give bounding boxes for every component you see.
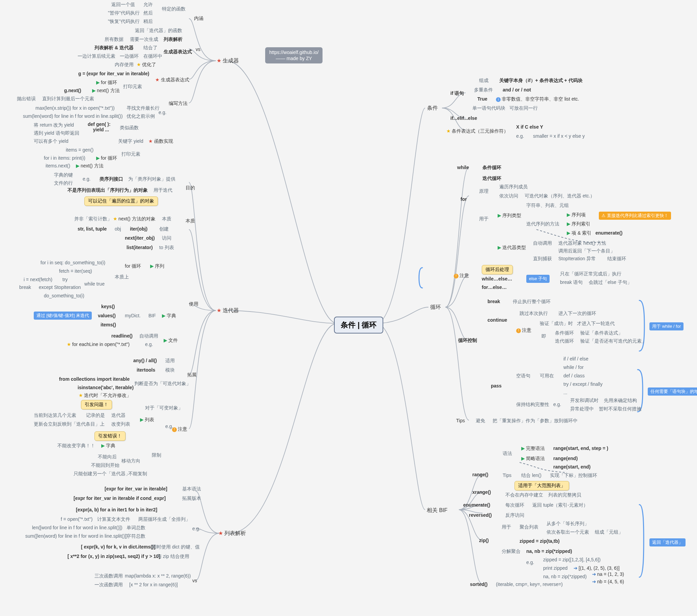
label: 字典 xyxy=(167,313,176,318)
bif-sorted[interactable]: sorted() xyxy=(470,582,488,587)
bif-range[interactable]: range() xyxy=(472,472,488,477)
label: next() 方法 xyxy=(97,88,120,93)
label: 文件 xyxy=(168,338,178,343)
fn4b: for i in items: print(i) xyxy=(44,155,85,161)
dmy: myDict. xyxy=(125,313,141,318)
flag-icon: ▶ xyxy=(76,163,79,168)
label: 序列 xyxy=(155,263,164,269)
ce2b: smaller = x if x < y else y xyxy=(533,133,585,139)
lp-cont: continue xyxy=(488,317,507,323)
label: nb = (4, 5, 6) xyxy=(597,579,624,584)
file: ▶文件 xyxy=(164,338,178,343)
star-icon: ★ xyxy=(148,138,153,144)
us5: while true xyxy=(84,281,105,287)
file-a: 自动调用 xyxy=(139,333,158,339)
fn4c: ▶for 循环 xyxy=(96,155,117,161)
sec-listcomp[interactable]: ★列表解析 xyxy=(218,530,246,537)
sec-bif[interactable]: 相关 BIF xyxy=(427,507,447,514)
bif-enum[interactable]: enumerate() xyxy=(463,502,490,508)
ge3a: g.next() xyxy=(64,88,81,93)
label: 优化了 xyxy=(142,62,156,67)
lc-s2: [expr for iter_var in iterable if cond_e… xyxy=(74,496,166,501)
vs1a: 所有数据 xyxy=(105,36,123,43)
it-use[interactable]: 使用 xyxy=(189,301,198,307)
bif-xrange[interactable]: xrange() xyxy=(472,489,491,495)
sec-loop[interactable]: 循环 xyxy=(430,304,441,311)
lp-while[interactable]: while xyxy=(457,165,469,170)
lp-pass2c: def / class xyxy=(563,373,585,378)
lp-contn3a: 迭代循环 xyxy=(555,338,574,344)
it-ext[interactable]: 拓展 xyxy=(187,372,197,378)
c3b: i非零数值、非空字符串、非空 list etc. xyxy=(496,96,579,102)
lp-pass3f: 暂时不采取任何措施 xyxy=(599,406,641,412)
x1: 不会在内存中建立 xyxy=(505,492,543,498)
lp-pass2d: try / except / finally xyxy=(563,381,603,387)
credit-box: https://woaielf.github.io/ —— made by ZY xyxy=(265,47,323,63)
arrow-icon: ➔ xyxy=(574,566,578,571)
cond-ife[interactable]: if...elif...else xyxy=(450,115,477,121)
lp-pr1: 遍历序列成员 xyxy=(499,184,528,190)
lp-it1: 自动调用 xyxy=(533,240,552,246)
label: 非零数值、非空字符串、非空 list etc. xyxy=(502,96,579,102)
c3a: True xyxy=(477,96,488,102)
star-icon: ★ xyxy=(79,393,83,398)
fn2b: 遇到 yield 语句即返回 xyxy=(34,130,79,136)
sec-condition[interactable]: 条件 xyxy=(427,105,438,112)
dv: values() xyxy=(98,313,116,318)
cau-list: ▶列表 xyxy=(140,417,154,423)
gen-inner[interactable]: 内涵 xyxy=(194,16,204,21)
lp-contn1: 验证「成功」时 xyxy=(540,321,573,327)
eg2b: 优化之前示例 xyxy=(127,114,155,119)
cond-if[interactable]: if 语句 xyxy=(450,90,464,97)
e2a: str, list, tuple xyxy=(78,226,107,232)
info-icon: i xyxy=(496,97,501,102)
e1a: 并非「索引计数」 xyxy=(74,216,112,222)
r3: Tips xyxy=(503,472,511,478)
lp-pr2: 依次访问 xyxy=(499,193,518,199)
lp-for[interactable]: for xyxy=(460,196,467,202)
label: 直接迭代序列比通过索引更快！ xyxy=(607,213,668,218)
label: 迭代器类型 xyxy=(502,245,526,250)
bif-rev[interactable]: reversed() xyxy=(469,512,492,518)
lp-contn: !注意 xyxy=(516,327,531,334)
eg1a: max(len(x.strip()) for x in open("*.txt"… xyxy=(35,105,115,111)
vs3d: 生成器表达式 xyxy=(164,49,192,55)
gen-write[interactable]: 编写方法 xyxy=(169,101,188,107)
lc-vs1b: map(lambda x: x ** 2, range(6)) xyxy=(125,573,191,578)
it-caution[interactable]: !注意 xyxy=(172,426,187,432)
lp-uf2b: ▶序列索引 xyxy=(567,221,590,227)
gen-expr-branch[interactable]: ★生成器表达式 xyxy=(155,77,189,83)
r1b: range(start, end, step = ) xyxy=(553,445,608,451)
lp-uf-pill: ⚠ 直接迭代序列比通过索引更快！ xyxy=(599,211,671,220)
lc-n6b: 与 zip 结合使用 xyxy=(157,554,189,560)
e1b: ★next() 方法的对象 xyxy=(113,216,155,222)
credit-author: —— made by ZY xyxy=(269,55,318,61)
cau-c1b: ★迭代时「不允许修改」 xyxy=(79,393,131,399)
label: 迭代时「不允许修改」 xyxy=(84,393,131,398)
us2: fetch = iter(seq) xyxy=(59,268,92,274)
flag-icon: ▶ xyxy=(164,338,167,343)
r3a: 结合 len() xyxy=(521,472,542,479)
z2: na, nb = zip(*zipped) xyxy=(526,548,572,554)
sec-iterator[interactable]: ★迭代器 xyxy=(217,307,239,314)
it-essence[interactable]: 本质 xyxy=(186,218,195,224)
file-fe: ★for eachLine in open("*.txt") xyxy=(67,341,130,347)
r2b: range(end) xyxy=(553,456,578,461)
lp-it2: 直到捕获 xyxy=(533,256,552,262)
fn4a: items = gen() xyxy=(66,147,93,152)
usfor: for 循环 xyxy=(125,263,141,269)
ge2a: ▶for 循环 xyxy=(96,80,117,86)
cond-ce[interactable]: ★条件表达式（三元操作符） xyxy=(446,128,508,134)
lp-contb: 跳过本次执行 xyxy=(520,310,548,317)
flag-icon: ▶ xyxy=(162,313,166,318)
gen-vs[interactable]: vs xyxy=(196,47,201,52)
label: for eachLine in open("*.txt") xyxy=(72,341,130,347)
credit-url: https://woaielf.github.io/ xyxy=(269,49,318,55)
gen-r2b: 然后 xyxy=(143,10,153,16)
sec-generator[interactable]: ★生成器 xyxy=(217,57,239,64)
lp-ctrl[interactable]: 循环控制 xyxy=(458,338,477,343)
star-icon: ★ xyxy=(113,216,117,221)
it-purpose[interactable]: 目的 xyxy=(186,185,195,191)
root-node[interactable]: 条件 | 循环 xyxy=(334,317,383,334)
bif-zip[interactable]: zip() xyxy=(479,538,489,543)
